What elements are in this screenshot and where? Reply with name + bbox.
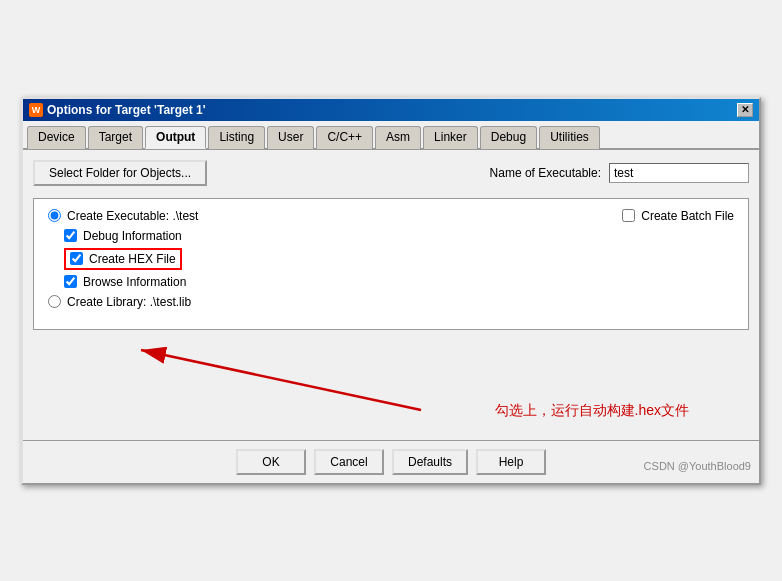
cancel-button[interactable]: Cancel: [314, 449, 384, 475]
tab-cpp[interactable]: C/C++: [316, 126, 373, 149]
name-exe-label: Name of Executable:: [490, 166, 601, 180]
name-exe-row: Name of Executable:: [490, 163, 749, 183]
name-exe-input[interactable]: [609, 163, 749, 183]
batch-file-option: Create Batch File: [622, 209, 734, 223]
ok-button[interactable]: OK: [236, 449, 306, 475]
top-row: Select Folder for Objects... Name of Exe…: [33, 160, 749, 186]
create-lib-label: Create Library: .\test.lib: [67, 295, 191, 309]
title-bar-left: W Options for Target 'Target 1': [29, 103, 206, 117]
create-exe-radio[interactable]: [48, 209, 61, 222]
create-lib-row: Create Library: .\test.lib: [48, 295, 734, 309]
svg-line-1: [141, 350, 421, 410]
batch-file-checkbox[interactable]: [622, 209, 635, 222]
browse-info-checkbox[interactable]: [64, 275, 77, 288]
watermark-text: CSDN @YouthBlood9: [644, 460, 751, 472]
tab-linker[interactable]: Linker: [423, 126, 478, 149]
tabs-bar: Device Target Output Listing User C/C++ …: [23, 121, 759, 150]
window-title: Options for Target 'Target 1': [47, 103, 206, 117]
browse-info-label: Browse Information: [83, 275, 186, 289]
tab-listing[interactable]: Listing: [208, 126, 265, 149]
close-button[interactable]: ✕: [737, 103, 753, 117]
annotation-text: 勾选上，运行自动构建.hex文件: [495, 402, 689, 420]
app-icon: W: [29, 103, 43, 117]
annotation-area: 勾选上，运行自动构建.hex文件: [33, 340, 749, 430]
create-lib-radio[interactable]: [48, 295, 61, 308]
batch-file-label: Create Batch File: [641, 209, 734, 223]
tab-output[interactable]: Output: [145, 126, 206, 149]
tab-asm[interactable]: Asm: [375, 126, 421, 149]
select-folder-button[interactable]: Select Folder for Objects...: [33, 160, 207, 186]
debug-info-checkbox[interactable]: [64, 229, 77, 242]
options-group: Create Batch File Create Executable: .\t…: [33, 198, 749, 330]
main-window: W Options for Target 'Target 1' ✕ Device…: [21, 97, 761, 485]
tab-debug[interactable]: Debug: [480, 126, 537, 149]
tab-utilities[interactable]: Utilities: [539, 126, 600, 149]
watermark: CSDN @YouthBlood9: [644, 459, 751, 473]
debug-info-label: Debug Information: [83, 229, 182, 243]
create-exe-label: Create Executable: .\test: [67, 209, 198, 223]
help-button[interactable]: Help: [476, 449, 546, 475]
browse-info-row: Browse Information: [48, 275, 734, 289]
tab-user[interactable]: User: [267, 126, 314, 149]
tab-device[interactable]: Device: [27, 126, 86, 149]
hex-file-row: Create HEX File: [48, 248, 734, 270]
debug-info-row: Debug Information: [48, 229, 734, 243]
hex-file-highlight: Create HEX File: [64, 248, 182, 270]
hex-file-checkbox[interactable]: [70, 252, 83, 265]
tab-target[interactable]: Target: [88, 126, 143, 149]
hex-file-label: Create HEX File: [89, 252, 176, 266]
defaults-button[interactable]: Defaults: [392, 449, 468, 475]
title-bar: W Options for Target 'Target 1' ✕: [23, 99, 759, 121]
content-area: Select Folder for Objects... Name of Exe…: [23, 150, 759, 440]
